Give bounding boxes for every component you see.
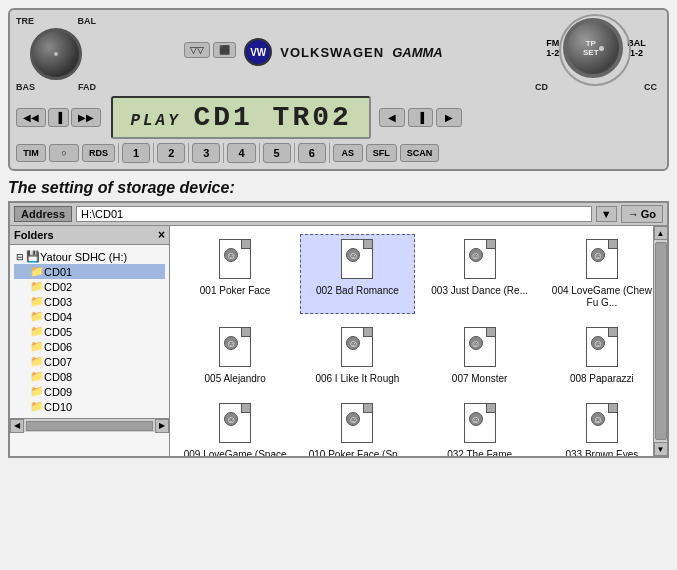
file-label-010: 010 Poker Face (Sp...	[309, 449, 406, 456]
mode-button[interactable]: ⬛	[213, 42, 236, 58]
tree-cd01-item[interactable]: 📁 CD01	[14, 264, 165, 279]
tree-cd09-item[interactable]: 📁 CD09	[14, 384, 165, 399]
nav-left-button[interactable]: ◀	[379, 108, 405, 127]
cd09-label: CD09	[44, 386, 72, 398]
go-button[interactable]: → Go	[621, 205, 663, 223]
folder-icon-cd07: 📁	[30, 355, 44, 368]
file-item-010[interactable]: 010 Poker Face (Sp...	[300, 398, 414, 456]
tree-cd02-item[interactable]: 📁 CD02	[14, 279, 165, 294]
right-knob[interactable]: TP SET	[563, 18, 623, 78]
scroll-down-button[interactable]: ▼	[654, 442, 668, 456]
doc-face-001	[224, 248, 238, 262]
left-knob[interactable]	[30, 28, 82, 80]
num-1-button[interactable]: 1	[122, 143, 150, 163]
left-knob-group: TRE BAL BAS FAD	[16, 16, 96, 92]
tp-label: TP	[586, 39, 596, 48]
folder-panel: Folders × ⊟ 💾 Yatour SDHC (H:) 📁 CD01 📁 …	[10, 226, 170, 456]
cd02-label: CD02	[44, 281, 72, 293]
address-input[interactable]	[76, 206, 592, 222]
display-play: PLAY	[130, 112, 193, 130]
tree-cd10-item[interactable]: 📁 CD10	[14, 399, 165, 414]
num-2-button[interactable]: 2	[157, 143, 185, 163]
tree-cd04-item[interactable]: 📁 CD04	[14, 309, 165, 324]
display-screen: PLAY CD1 TR02	[111, 96, 371, 139]
expand-icon: ⊟	[16, 252, 24, 262]
close-panel-button[interactable]: ×	[158, 228, 165, 242]
file-label-005: 005 Alejandro	[205, 373, 266, 385]
tree-cd06-item[interactable]: 📁 CD06	[14, 339, 165, 354]
doc-icon-007	[464, 327, 496, 367]
sfl-button[interactable]: SFL	[366, 144, 397, 162]
num-3-button[interactable]: 3	[192, 143, 220, 163]
nav-pause-button[interactable]: ▐	[408, 108, 433, 127]
eq-button[interactable]: ▽▽	[184, 42, 210, 58]
file-grid-panel: 001 Poker Face002 Bad Romance003 Just Da…	[170, 226, 667, 456]
file-item-002[interactable]: 002 Bad Romance	[300, 234, 414, 314]
tree-cd08-item[interactable]: 📁 CD08	[14, 369, 165, 384]
storage-label: The setting of storage device:	[8, 179, 669, 197]
file-item-033[interactable]: 033 Brown Eyes	[545, 398, 659, 456]
file-item-006[interactable]: 006 I Like It Rough	[300, 322, 414, 390]
file-item-009[interactable]: 009 LoveGame (Space Cow...	[178, 398, 292, 456]
file-item-032[interactable]: 032 The Fame	[423, 398, 537, 456]
tree-cd07-item[interactable]: 📁 CD07	[14, 354, 165, 369]
file-item-005[interactable]: 005 Alejandro	[178, 322, 292, 390]
file-icon-container-003	[460, 239, 500, 283]
scroll-up-button[interactable]: ▲	[654, 226, 668, 240]
doc-face-007	[469, 336, 483, 350]
go-arrow: →	[628, 208, 639, 220]
file-item-004[interactable]: 004 LoveGame (Chew Fu G...	[545, 234, 659, 314]
num-6-button[interactable]: 6	[298, 143, 326, 163]
scroll-thumb[interactable]	[655, 242, 667, 440]
cd06-label: CD06	[44, 341, 72, 353]
hscroll-right-button[interactable]: ▶	[155, 419, 169, 433]
tree-root-item[interactable]: ⊟ 💾 Yatour SDHC (H:)	[14, 249, 165, 264]
file-label-007: 007 Monster	[452, 373, 508, 385]
file-grid: 001 Poker Face002 Bad Romance003 Just Da…	[170, 226, 667, 456]
as-button[interactable]: AS	[333, 144, 363, 162]
right-knob-top: FM 1-2 TP SET BAL 1-2	[546, 16, 646, 80]
bas-label: BAS	[16, 82, 35, 92]
file-icon-container-001	[215, 239, 255, 283]
circle-button[interactable]: ○	[49, 144, 79, 162]
file-item-003[interactable]: 003 Just Dance (Re...	[423, 234, 537, 314]
nav-right-button[interactable]: ▶	[436, 108, 462, 127]
file-icon-container-010	[337, 403, 377, 447]
folder-icon-cd01: 📁	[30, 265, 44, 278]
file-label-033: 033 Brown Eyes	[565, 449, 638, 456]
tree-cd05-item[interactable]: 📁 CD05	[14, 324, 165, 339]
display-row: ◀◀ ▐ ▶▶ PLAY CD1 TR02 ◀ ▐ ▶	[16, 96, 661, 139]
doc-icon-001	[219, 239, 251, 279]
display-track: CD1 TR02	[193, 102, 351, 133]
drive-icon: 💾	[26, 250, 40, 263]
hscroll-left-button[interactable]: ◀	[10, 419, 24, 433]
rewind-button[interactable]: ◀◀	[16, 108, 46, 127]
num-5-button[interactable]: 5	[263, 143, 291, 163]
pause-button[interactable]: ▐	[48, 108, 69, 127]
doc-face-004	[591, 248, 605, 262]
separator-7	[329, 143, 330, 163]
file-item-007[interactable]: 007 Monster	[423, 322, 537, 390]
hscroll-thumb[interactable]	[26, 421, 153, 431]
fad-label: FAD	[78, 82, 96, 92]
doc-face-006	[346, 336, 360, 350]
file-item-001[interactable]: 001 Poker Face	[178, 234, 292, 314]
scan-button[interactable]: SCAN	[400, 144, 440, 162]
tree-cd03-item[interactable]: 📁 CD03	[14, 294, 165, 309]
file-label-008: 008 Paparazzi	[570, 373, 634, 385]
rds-button[interactable]: RDS	[82, 144, 115, 162]
separator-2	[153, 143, 154, 163]
doc-face-003	[469, 248, 483, 262]
set-label: SET	[583, 48, 599, 57]
forward-button[interactable]: ▶▶	[71, 108, 101, 127]
file-item-008[interactable]: 008 Paparazzi	[545, 322, 659, 390]
doc-icon-002	[341, 239, 373, 279]
num-4-button[interactable]: 4	[227, 143, 255, 163]
tim-button[interactable]: TIM	[16, 144, 46, 162]
address-dropdown-button[interactable]: ▼	[596, 206, 617, 222]
folder-icon-cd02: 📁	[30, 280, 44, 293]
tre-label: TRE	[16, 16, 34, 26]
file-icon-container-033	[582, 403, 622, 447]
doc-icon-008	[586, 327, 618, 367]
file-icon-container-005	[215, 327, 255, 371]
